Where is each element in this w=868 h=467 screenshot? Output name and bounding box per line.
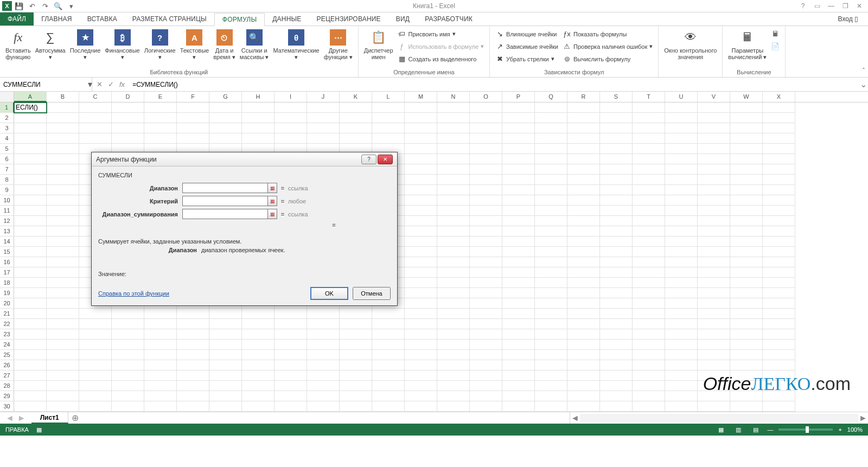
sign-in-link[interactable]: Вход ▯ — [828, 12, 868, 25]
row-header[interactable]: 23 — [0, 329, 14, 340]
cell[interactable] — [437, 391, 470, 401]
cell[interactable] — [14, 329, 47, 340]
cell[interactable] — [567, 278, 600, 288]
cell[interactable] — [698, 288, 730, 298]
cell[interactable] — [763, 401, 795, 412]
cell[interactable] — [470, 381, 502, 391]
cell[interactable] — [535, 267, 567, 278]
cell[interactable] — [633, 216, 665, 226]
cell[interactable] — [14, 350, 47, 360]
cell[interactable] — [567, 298, 600, 309]
cell[interactable] — [372, 123, 405, 133]
cell[interactable] — [763, 103, 795, 113]
hscroll-left[interactable]: ◄ — [570, 413, 580, 423]
cell[interactable] — [340, 370, 372, 381]
cell[interactable] — [698, 216, 730, 226]
cell[interactable] — [372, 319, 405, 329]
cell[interactable] — [763, 340, 795, 350]
cell[interactable] — [112, 340, 144, 350]
cell[interactable] — [437, 329, 470, 340]
cell[interactable] — [275, 133, 307, 144]
cell[interactable] — [502, 391, 535, 401]
cell[interactable] — [144, 340, 177, 350]
cell[interactable] — [144, 329, 177, 340]
cell[interactable] — [275, 340, 307, 350]
cell[interactable] — [372, 350, 405, 360]
row-header[interactable]: 12 — [0, 216, 14, 226]
cell[interactable] — [730, 391, 763, 401]
cell[interactable] — [209, 340, 242, 350]
add-sheet-button[interactable]: ⊕ — [68, 412, 82, 424]
define-name-button[interactable]: 🏷Присвоить имя ▾ — [395, 28, 487, 40]
cell[interactable] — [730, 381, 763, 391]
range-picker-button[interactable]: ▦ — [267, 196, 277, 206]
cell[interactable] — [502, 298, 535, 309]
cell[interactable] — [470, 391, 502, 401]
cell[interactable] — [665, 319, 698, 329]
cell[interactable] — [340, 319, 372, 329]
restore-button[interactable]: ❐ — [839, 1, 852, 11]
cell[interactable] — [698, 185, 730, 195]
cell[interactable] — [14, 154, 47, 164]
cell[interactable] — [600, 247, 633, 257]
cell[interactable] — [209, 329, 242, 340]
ribbon-display-options-button[interactable]: ▭ — [810, 1, 824, 11]
cell[interactable] — [275, 350, 307, 360]
cell[interactable] — [633, 370, 665, 381]
cell[interactable] — [112, 401, 144, 412]
cell[interactable] — [405, 236, 437, 247]
cell[interactable] — [600, 319, 633, 329]
cell[interactable] — [177, 123, 209, 133]
cell[interactable] — [437, 185, 470, 195]
row-header[interactable]: 24 — [0, 340, 14, 350]
row-header[interactable]: 5 — [0, 144, 14, 154]
cell[interactable] — [665, 154, 698, 164]
cell[interactable] — [275, 329, 307, 340]
cell[interactable] — [437, 247, 470, 257]
cell[interactable] — [405, 381, 437, 391]
cell[interactable] — [14, 288, 47, 298]
cell[interactable] — [470, 185, 502, 195]
arg-input-1[interactable] — [182, 196, 268, 206]
dialog-ok-button[interactable]: OK — [310, 287, 348, 300]
cell[interactable] — [502, 236, 535, 247]
cell[interactable] — [730, 144, 763, 154]
cell[interactable] — [112, 319, 144, 329]
cell[interactable] — [14, 216, 47, 226]
cell[interactable] — [47, 278, 79, 288]
cell[interactable] — [437, 267, 470, 278]
cell[interactable] — [763, 391, 795, 401]
row-header[interactable]: 13 — [0, 226, 14, 236]
column-header[interactable]: B — [47, 92, 79, 102]
cell[interactable] — [665, 175, 698, 185]
cell[interactable] — [177, 401, 209, 412]
cell[interactable] — [763, 236, 795, 247]
cell[interactable] — [763, 123, 795, 133]
cell[interactable] — [14, 236, 47, 247]
cell[interactable] — [502, 401, 535, 412]
cell[interactable] — [763, 370, 795, 381]
cell[interactable] — [372, 309, 405, 319]
cell[interactable] — [665, 195, 698, 206]
cell[interactable] — [502, 226, 535, 236]
cell[interactable] — [600, 381, 633, 391]
cell[interactable] — [633, 113, 665, 123]
cell[interactable] — [437, 288, 470, 298]
column-header[interactable]: L — [372, 92, 405, 102]
cell[interactable] — [437, 319, 470, 329]
cell[interactable] — [502, 381, 535, 391]
cell[interactable] — [698, 236, 730, 247]
collapse-ribbon-button[interactable]: ˆ — [863, 67, 865, 75]
cell[interactable] — [79, 309, 112, 319]
logical-functions-button[interactable]: ? Логические▾ — [142, 28, 178, 61]
cell[interactable] — [340, 309, 372, 319]
cell[interactable] — [275, 401, 307, 412]
column-header[interactable]: S — [600, 92, 633, 102]
cell[interactable] — [14, 195, 47, 206]
cell[interactable] — [112, 370, 144, 381]
cell[interactable] — [209, 391, 242, 401]
range-picker-button[interactable]: ▦ — [267, 183, 277, 193]
cell[interactable] — [275, 391, 307, 401]
cell[interactable] — [665, 236, 698, 247]
cell[interactable] — [144, 381, 177, 391]
